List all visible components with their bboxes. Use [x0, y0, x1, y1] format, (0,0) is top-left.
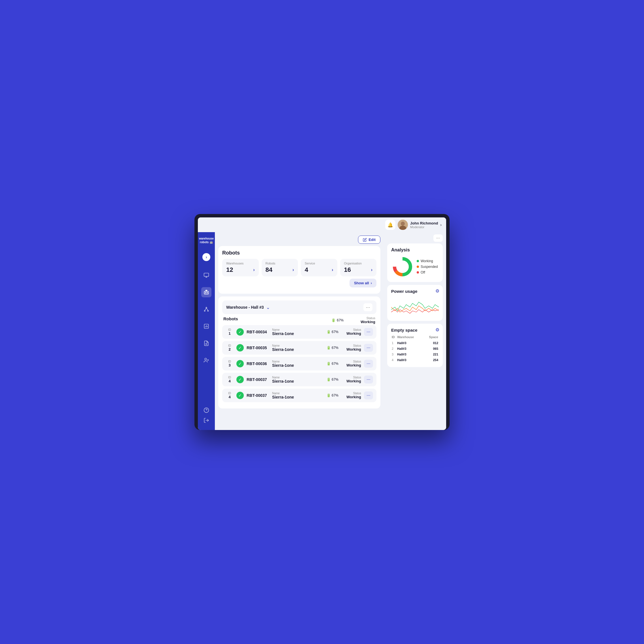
robot-row: ID 4 ✓ RBT-00037 Name Sierra-1one 🔋 67% … — [222, 389, 376, 402]
robot-battery: 🔋 67% — [327, 362, 338, 366]
col-space: Space — [424, 335, 438, 340]
logo-text-2: robots 🤖 — [199, 240, 214, 244]
robot-more-button[interactable]: ··· — [364, 344, 373, 352]
empty-space-title: Empty space — [391, 328, 439, 332]
robots-section: Robots Warehouses 12 › — [218, 246, 380, 294]
sidebar-item-network[interactable] — [201, 304, 211, 314]
warehouse-more-button[interactable]: ··· — [363, 303, 372, 311]
robot-id-block: ID 1 — [226, 328, 234, 336]
robot-more-button[interactable]: ··· — [364, 360, 373, 368]
row-id: 3 — [392, 352, 397, 357]
legend: Working Suspended Off — [417, 259, 438, 274]
robot-status-block: Status Working — [341, 376, 361, 383]
panel-more-button[interactable]: ··· — [433, 234, 443, 242]
sidebar-item-help[interactable] — [201, 405, 211, 415]
empty-gear-icon[interactable]: ⚙ — [435, 327, 439, 332]
sidebar-item-users[interactable] — [201, 355, 211, 365]
robot-more-button[interactable]: ··· — [364, 391, 373, 399]
robot-check-icon: ✓ — [236, 360, 244, 367]
robot-more-button[interactable]: ··· — [364, 328, 373, 336]
avatar — [398, 220, 408, 230]
robot-battery: 🔋 67% — [327, 330, 338, 334]
robot-status-block: Status Working — [341, 360, 361, 367]
show-all-button[interactable]: Show all › — [349, 279, 376, 287]
robot-id-block: ID 4 — [226, 392, 234, 399]
sidebar-item-logout[interactable] — [201, 415, 211, 425]
power-chart — [391, 296, 439, 316]
robot-row: ID 3 ✓ RBT-00036 Name Sierra-1one 🔋 67% … — [222, 357, 376, 370]
warehouse-selector[interactable]: Warehouse - Hall #3 ⌄ — [226, 305, 270, 310]
organisation-card[interactable]: Organisation 16 › — [340, 259, 377, 276]
robot-more-button[interactable]: ··· — [364, 376, 373, 384]
warehouse-header: Warehouse - Hall #3 ⌄ ··· — [222, 300, 376, 314]
warehouse-name: Warehouse - Hall #3 — [226, 305, 264, 310]
notifications-button[interactable]: 🔔 — [385, 220, 395, 230]
robots-table-title: Robots — [223, 316, 331, 324]
warehouses-card[interactable]: Warehouses 12 › — [222, 259, 259, 276]
svg-line-14 — [206, 308, 208, 310]
svg-point-1 — [401, 222, 405, 226]
user-details: John Richmond Moderator — [410, 221, 438, 229]
robot-name-block: Name Sierra-1one — [272, 376, 324, 384]
service-card[interactable]: Service 4 › — [301, 259, 337, 276]
warehouse-section: Warehouse - Hall #3 ⌄ ··· Robots 🔋 67% — [218, 296, 380, 408]
warehouses-value: 12 › — [226, 266, 255, 274]
svg-point-11 — [204, 310, 205, 311]
sidebar-item-document[interactable] — [201, 338, 211, 348]
show-all-arrow-icon: › — [371, 281, 372, 285]
robot-name-block: Name Sierra-1one — [272, 344, 324, 352]
warehouse-chevron-icon: ⌄ — [266, 305, 270, 310]
service-value: 4 › — [305, 266, 333, 274]
power-gear-icon[interactable]: ⚙ — [435, 288, 439, 294]
warehouses-arrow-icon: › — [253, 267, 255, 272]
robot-name-block: Name Sierra-1one — [272, 392, 324, 399]
empty-space-tbody: 1 Hall#3 012 2 Hall#3 065 3 Hall#3 221 4… — [392, 340, 438, 363]
right-panel: ··· Analysis — [384, 232, 446, 430]
robots-count-card[interactable]: Robots 84 › — [262, 259, 298, 276]
donut-chart — [391, 255, 414, 278]
row-warehouse: Hall#3 — [397, 340, 423, 346]
stats-header: Edit — [218, 236, 380, 244]
sidebar-bottom — [201, 405, 211, 425]
svg-rect-6 — [204, 291, 209, 294]
empty-space-table: ID Warehouse Space 1 Hall#3 012 2 Hall#3… — [391, 335, 439, 363]
empty-space-card: Empty space ⚙ ID Warehouse Space — [387, 324, 443, 367]
svg-point-7 — [205, 292, 206, 293]
edit-button[interactable]: Edit — [358, 236, 380, 244]
row-space: 221 — [424, 352, 438, 357]
robot-code: RBT-00037 — [247, 393, 269, 398]
svg-rect-3 — [204, 273, 209, 277]
svg-point-30 — [396, 260, 409, 273]
top-bar: 🔔 John Richmond Moderator › — [198, 217, 446, 232]
user-name: John Richmond — [410, 221, 438, 225]
laptop-screen: 🔔 John Richmond Moderator › — [198, 217, 446, 430]
status-header: Status Working — [361, 316, 375, 324]
row-space: 254 — [424, 357, 438, 363]
robot-status-block: Status Working — [341, 392, 361, 399]
robot-code: RBT-00035 — [247, 346, 269, 350]
robot-status-block: Status Working — [341, 328, 361, 336]
service-arrow-icon: › — [332, 267, 333, 272]
organisation-label: Organisation — [344, 262, 373, 265]
sidebar-expand-button[interactable]: › — [202, 253, 210, 261]
svg-point-21 — [205, 358, 207, 360]
sidebar-item-monitor[interactable] — [201, 270, 211, 280]
sidebar-item-chart[interactable] — [201, 321, 211, 331]
analysis-card: Analysis — [387, 243, 443, 282]
robots-arrow-icon: › — [293, 267, 294, 272]
robot-status-block: Status Working — [341, 344, 361, 351]
robot-check-icon: ✓ — [236, 344, 244, 351]
row-id: 1 — [392, 340, 397, 346]
off-label: Off — [421, 270, 425, 274]
laptop-wrapper: 🔔 John Richmond Moderator › — [194, 214, 450, 430]
table-row: 1 Hall#3 012 — [392, 340, 438, 346]
organisation-value: 16 › — [344, 266, 373, 274]
working-label: Working — [421, 259, 433, 263]
service-label: Service — [305, 262, 333, 265]
robot-id-block: ID 4 — [226, 376, 234, 383]
robot-battery: 🔋 67% — [327, 346, 338, 350]
robot-id-block: ID 3 — [226, 360, 234, 367]
left-panel: Edit Robots Warehouses 12 — [215, 232, 384, 430]
row-warehouse: Hall#3 — [397, 346, 423, 351]
sidebar-item-robots[interactable] — [201, 287, 211, 297]
